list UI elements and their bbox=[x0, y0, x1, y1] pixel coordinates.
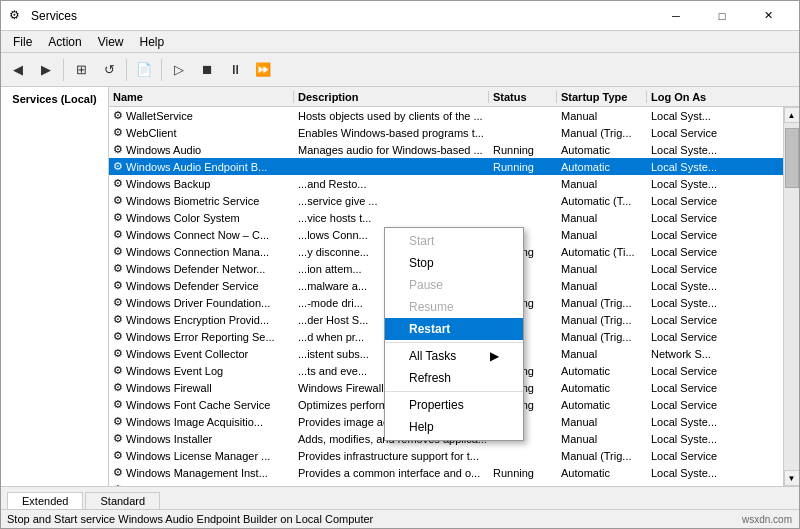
tab-extended[interactable]: Extended bbox=[7, 492, 83, 509]
menu-file[interactable]: File bbox=[5, 33, 40, 51]
menu-bar: File Action View Help bbox=[1, 31, 799, 53]
toolbar: ◀ ▶ ⊞ ↺ 📄 ▷ ⏹ ⏸ ⏩ bbox=[1, 53, 799, 87]
row-logon-8: Local Service bbox=[647, 246, 783, 258]
list-item[interactable]: ⚙ Windows License Manager ... Provides i… bbox=[109, 447, 783, 464]
restart-service-button[interactable]: ⏩ bbox=[250, 57, 276, 83]
row-logon-17: Local Service bbox=[647, 399, 783, 411]
context-menu-item-all-tasks[interactable]: All Tasks▶ bbox=[385, 345, 523, 367]
row-name-18: ⚙ Windows Image Acquisitio... bbox=[109, 415, 294, 428]
service-icon: ⚙ bbox=[113, 483, 123, 486]
row-status-3: Running bbox=[489, 161, 557, 173]
column-name[interactable]: Name bbox=[109, 91, 294, 103]
minimize-button[interactable]: ─ bbox=[653, 1, 699, 31]
service-icon: ⚙ bbox=[113, 313, 123, 326]
row-name-1: ⚙ WebClient bbox=[109, 126, 294, 139]
row-startup-21: Automatic bbox=[557, 467, 647, 479]
row-startup-3: Automatic bbox=[557, 161, 647, 173]
scroll-down[interactable]: ▼ bbox=[784, 470, 800, 486]
row-logon-4: Local Syste... bbox=[647, 178, 783, 190]
window-title: Services bbox=[31, 9, 653, 23]
context-menu-item-restart[interactable]: Restart bbox=[385, 318, 523, 340]
row-logon-6: Local Service bbox=[647, 212, 783, 224]
vertical-scrollbar[interactable]: ▲ ▼ bbox=[783, 107, 799, 486]
context-menu-item-properties[interactable]: Properties bbox=[385, 394, 523, 416]
row-status-2: Running bbox=[489, 144, 557, 156]
column-description[interactable]: Description bbox=[294, 91, 489, 103]
row-name-13: ⚙ Windows Error Reporting Se... bbox=[109, 330, 294, 343]
scroll-track[interactable] bbox=[784, 123, 800, 470]
services-window: ⚙ Services ─ □ ✕ File Action View Help ◀… bbox=[0, 0, 800, 529]
row-startup-8: Automatic (Ti... bbox=[557, 246, 647, 258]
menu-action[interactable]: Action bbox=[40, 33, 89, 51]
row-name-4: ⚙ Windows Backup bbox=[109, 177, 294, 190]
column-logon[interactable]: Log On As bbox=[647, 91, 799, 103]
scroll-thumb[interactable] bbox=[785, 128, 799, 188]
column-status[interactable]: Status bbox=[489, 91, 557, 103]
row-logon-19: Local Syste... bbox=[647, 433, 783, 445]
context-menu-item-resume: Resume bbox=[385, 296, 523, 318]
context-menu-item-help[interactable]: Help bbox=[385, 416, 523, 438]
context-menu-separator bbox=[385, 391, 523, 392]
pause-service-button[interactable]: ⏸ bbox=[222, 57, 248, 83]
sidebar: Services (Local) bbox=[1, 87, 109, 486]
context-menu-item-stop[interactable]: Stop bbox=[385, 252, 523, 274]
refresh-button[interactable]: ↺ bbox=[96, 57, 122, 83]
row-name-2: ⚙ Windows Audio bbox=[109, 143, 294, 156]
context-menu-item-start: Start bbox=[385, 230, 523, 252]
row-logon-7: Local Service bbox=[647, 229, 783, 241]
row-startup-13: Manual (Trig... bbox=[557, 331, 647, 343]
row-name-15: ⚙ Windows Event Log bbox=[109, 364, 294, 377]
row-startup-20: Manual (Trig... bbox=[557, 450, 647, 462]
row-startup-5: Automatic (T... bbox=[557, 195, 647, 207]
list-item[interactable]: ⚙ WalletService Hosts objects used by cl… bbox=[109, 107, 783, 124]
service-icon: ⚙ bbox=[113, 466, 123, 479]
row-desc-22: Shares Windows Media Player librari... bbox=[294, 484, 489, 487]
content-area: Name Description Status Startup Type Log… bbox=[109, 87, 799, 486]
service-icon: ⚙ bbox=[113, 330, 123, 343]
row-desc-0: Hosts objects used by clients of the ... bbox=[294, 110, 489, 122]
forward-button[interactable]: ▶ bbox=[33, 57, 59, 83]
row-logon-13: Local Service bbox=[647, 331, 783, 343]
watermark: wsxdn.com bbox=[742, 514, 792, 525]
export-button[interactable]: 📄 bbox=[131, 57, 157, 83]
stop-service-button[interactable]: ⏹ bbox=[194, 57, 220, 83]
back-button[interactable]: ◀ bbox=[5, 57, 31, 83]
close-button[interactable]: ✕ bbox=[745, 1, 791, 31]
list-item[interactable]: ⚙ Windows Color System ...vice hosts t..… bbox=[109, 209, 783, 226]
list-item[interactable]: ⚙ Windows Biometric Service ...service g… bbox=[109, 192, 783, 209]
row-startup-17: Automatic bbox=[557, 399, 647, 411]
column-startup[interactable]: Startup Type bbox=[557, 91, 647, 103]
row-name-14: ⚙ Windows Event Collector bbox=[109, 347, 294, 360]
tab-standard[interactable]: Standard bbox=[85, 492, 160, 509]
list-item[interactable]: ⚙ Windows Media Player Net... Shares Win… bbox=[109, 481, 783, 486]
row-name-9: ⚙ Windows Defender Networ... bbox=[109, 262, 294, 275]
row-desc-2: Manages audio for Windows-based ... bbox=[294, 144, 489, 156]
list-item[interactable]: ⚙ Windows Audio Manages audio for Window… bbox=[109, 141, 783, 158]
list-item[interactable]: ⚙ Windows Management Inst... Provides a … bbox=[109, 464, 783, 481]
row-name-0: ⚙ WalletService bbox=[109, 109, 294, 122]
row-name-11: ⚙ Windows Driver Foundation... bbox=[109, 296, 294, 309]
scroll-up[interactable]: ▲ bbox=[784, 107, 800, 123]
main-area: Services (Local) Name Description Status… bbox=[1, 87, 799, 486]
row-name-3: ⚙ Windows Audio Endpoint B... bbox=[109, 160, 294, 173]
row-startup-12: Manual (Trig... bbox=[557, 314, 647, 326]
maximize-button[interactable]: □ bbox=[699, 1, 745, 31]
service-icon: ⚙ bbox=[113, 126, 123, 139]
show-console-button[interactable]: ⊞ bbox=[68, 57, 94, 83]
row-logon-9: Local Service bbox=[647, 263, 783, 275]
menu-view[interactable]: View bbox=[90, 33, 132, 51]
row-name-8: ⚙ Windows Connection Mana... bbox=[109, 245, 294, 258]
list-item[interactable]: ⚙ Windows Backup ...and Resto... Manual … bbox=[109, 175, 783, 192]
start-service-button[interactable]: ▷ bbox=[166, 57, 192, 83]
bottom-bar: Extended Standard Stop and Start service… bbox=[1, 486, 799, 528]
row-logon-3: Local Syste... bbox=[647, 161, 783, 173]
list-item[interactable]: ⚙ WebClient Enables Windows-based progra… bbox=[109, 124, 783, 141]
service-icon: ⚙ bbox=[113, 211, 123, 224]
row-startup-0: Manual bbox=[557, 110, 647, 122]
row-startup-18: Manual bbox=[557, 416, 647, 428]
context-menu-item-refresh[interactable]: Refresh bbox=[385, 367, 523, 389]
menu-help[interactable]: Help bbox=[132, 33, 173, 51]
row-startup-14: Manual bbox=[557, 348, 647, 360]
list-item[interactable]: ⚙ Windows Audio Endpoint B... Running Au… bbox=[109, 158, 783, 175]
row-desc-5: ...service give ... bbox=[294, 195, 489, 207]
